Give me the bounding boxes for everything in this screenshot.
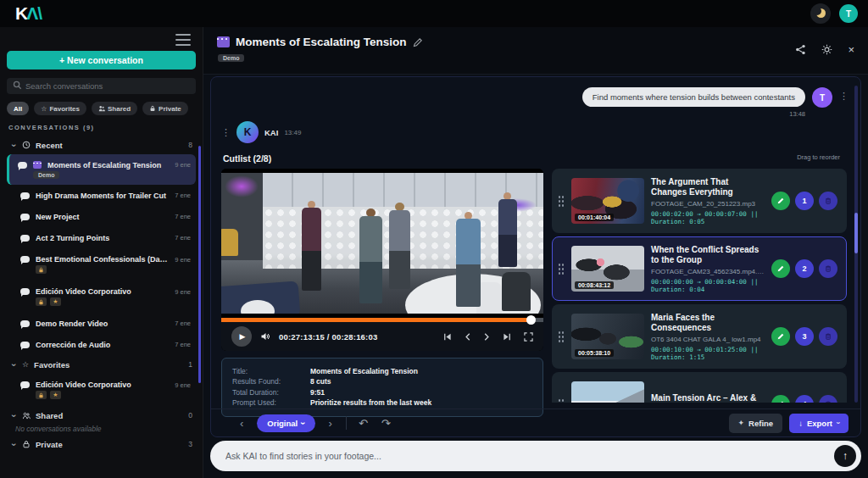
chevron-right-icon [483, 332, 491, 342]
conversation-item[interactable]: New Project 7 ene [7, 206, 196, 227]
conversation-item[interactable]: Edición Video Corporativo 9 ene ★ [7, 281, 196, 313]
clip-number-badge: 1 [795, 192, 814, 210]
delete-clip-button[interactable] [819, 192, 837, 210]
pencil-icon [776, 197, 785, 205]
conversation-item[interactable]: Corrección de Audio 7 ene [7, 334, 196, 355]
kebab-icon[interactable]: ⋮ [839, 87, 849, 101]
filter-chips: All ☆Favorites Shared Private [7, 102, 196, 115]
skip-end-button[interactable] [503, 332, 512, 342]
assistant-message-header: ⋮ K KAI 13:49 [221, 121, 301, 143]
next-version-button[interactable]: › [326, 417, 336, 430]
star-icon: ☆ [41, 105, 47, 113]
clip-thumbnail[interactable]: 00:08:43:12 [571, 246, 644, 292]
user-avatar[interactable]: T [839, 4, 858, 23]
filter-shared[interactable]: Shared [92, 102, 137, 115]
conversation-item[interactable]: Edición Video Corporativo 9 ene ★ [7, 374, 196, 406]
chevron-down-icon: › [9, 441, 19, 447]
clip-thumbnail[interactable]: 00:01:40:04 [571, 178, 644, 224]
chat-bubble-icon [20, 320, 30, 327]
section-favorites[interactable]: › ☆ Favorites 1 [7, 357, 196, 372]
person-silhouette [456, 212, 481, 307]
section-shared[interactable]: › Shared 0 [7, 408, 196, 423]
empty-state-text: No conversations available [15, 425, 196, 433]
section-private[interactable]: › Private 3 [7, 436, 196, 452]
conversation-item[interactable]: Demo Render Video 7 ene [7, 313, 196, 334]
edit-clip-button[interactable] [771, 192, 790, 210]
send-button[interactable]: ↑ [834, 445, 856, 467]
delete-clip-button[interactable] [819, 259, 837, 278]
panel-scrollbar[interactable] [854, 86, 858, 403]
drag-handle-icon[interactable] [558, 263, 565, 275]
video-progress-bar[interactable] [221, 318, 543, 322]
section-count: 3 [188, 440, 192, 448]
progress-knob[interactable] [526, 315, 536, 325]
conversation-item[interactable]: Act 2 Turning Points 7 ene [7, 227, 196, 248]
chat-input[interactable] [210, 441, 861, 471]
chevron-down-icon: › [9, 412, 19, 419]
prev-frame-button[interactable] [464, 332, 471, 342]
clip-thumbnail[interactable]: 00:05:38:10 [571, 314, 644, 359]
kai-logo[interactable]: KΛ\ [15, 3, 42, 24]
theme-toggle-button[interactable] [810, 3, 831, 24]
kebab-icon[interactable]: ⋮ [221, 128, 231, 137]
refine-button[interactable]: ✦Refine [729, 414, 783, 433]
edit-clip-button[interactable] [771, 395, 790, 403]
cutlist-item[interactable]: 00:05:38:10 Maria Faces the Consequences… [552, 304, 847, 369]
close-button[interactable]: × [848, 43, 854, 56]
redo-button[interactable]: ↷ [380, 417, 392, 430]
clip-thumbnail[interactable] [571, 381, 644, 403]
cutlist-item-selected[interactable]: 00:08:43:12 When the Conflict Spreads to… [552, 236, 847, 301]
pencil-icon [776, 400, 785, 403]
fullscreen-button[interactable] [524, 332, 533, 342]
trash-icon [824, 197, 832, 205]
user-avatar[interactable]: T [812, 87, 832, 108]
new-conversation-button[interactable]: + New conversation [7, 51, 196, 69]
cutlist-item[interactable]: Main Tension Arc – Alex & Maria 4 [552, 372, 847, 403]
filter-all[interactable]: All [7, 102, 29, 115]
filter-private[interactable]: Private [142, 102, 188, 115]
skip-start-button[interactable] [442, 332, 452, 342]
close-icon: × [848, 43, 854, 56]
filter-favorites[interactable]: ☆Favorites [34, 102, 86, 115]
drag-handle-icon[interactable] [558, 331, 565, 342]
bottom-toolbar: ‹ Original › › ↶ ↷ ✦Refine ↓Export› [211, 409, 860, 436]
drag-handle-icon[interactable] [558, 398, 565, 403]
share-button[interactable] [795, 44, 806, 55]
video-scene [221, 173, 543, 314]
trash-icon [824, 332, 832, 341]
conversation-item[interactable]: High Drama Moments for Trailer Cut 7 ene [7, 185, 196, 206]
delete-clip-button[interactable] [819, 395, 837, 403]
scrollbar-thumb[interactable] [854, 213, 858, 253]
video-frame[interactable] [221, 169, 543, 318]
person-silhouette [498, 192, 517, 267]
volume-button[interactable] [260, 331, 270, 342]
play-button[interactable]: ▶ [231, 326, 252, 347]
kai-avatar: K [236, 121, 259, 143]
star-icon: ★ [50, 391, 61, 399]
delete-clip-button[interactable] [819, 327, 837, 346]
clip-filename: FOOTAGE_CAM23_4562345.mp4.mp4 [651, 268, 765, 275]
lock-icon [36, 297, 47, 306]
sidebar-scrollbar[interactable] [198, 146, 201, 383]
conversation-item-selected[interactable]: Moments of Escalating Tension 9 ene Demo [7, 154, 196, 185]
edit-title-icon[interactable] [413, 37, 423, 47]
conversation-item[interactable]: Best Emotional Confessionals (Day 2) 9 e… [7, 248, 196, 281]
section-count: 0 [188, 411, 192, 420]
chat-bubble-icon [20, 214, 30, 220]
person-silhouette [302, 201, 321, 291]
drag-handle-icon[interactable] [558, 195, 565, 207]
next-frame-button[interactable] [483, 332, 491, 342]
undo-button[interactable]: ↶ [357, 417, 370, 430]
version-dropdown[interactable]: Original › [257, 414, 314, 432]
kai-app: KΛ\ T + New conversation All ☆Favorites … [0, 0, 868, 478]
sidebar-hamburger-icon[interactable] [175, 34, 191, 46]
section-recent[interactable]: › Recent 8 [7, 137, 196, 153]
cutlist-item[interactable]: 00:01:40:04 The Argument That Changes Ev… [552, 169, 847, 233]
edit-clip-button[interactable] [771, 259, 790, 278]
brightness-button[interactable] [821, 44, 832, 55]
clip-timerange: 00:00:02:00 → 00:00:07:00 || Duration: 0… [651, 210, 765, 225]
prev-version-button[interactable]: ‹ [236, 417, 247, 430]
export-button[interactable]: ↓Export› [789, 414, 849, 433]
search-input[interactable] [7, 78, 196, 94]
edit-clip-button[interactable] [771, 327, 790, 346]
